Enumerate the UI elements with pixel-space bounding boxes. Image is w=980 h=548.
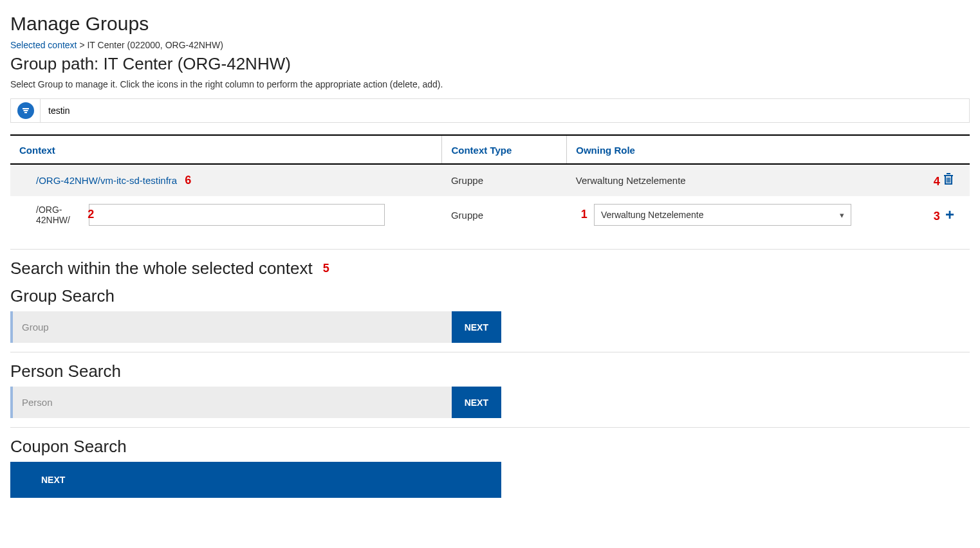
trash-icon xyxy=(943,172,954,185)
group-search-block: NEXT xyxy=(10,311,501,343)
person-search-next-button[interactable]: NEXT xyxy=(452,387,501,418)
breadcrumb-current: IT Center (022000, ORG-42NHW) xyxy=(87,40,223,50)
svg-rect-1 xyxy=(23,110,28,111)
new-group-prefix: /ORG-42NHW/ xyxy=(36,205,86,225)
svg-rect-8 xyxy=(947,178,948,183)
search-section-heading: Search within the whole selected context xyxy=(10,259,313,279)
context-type-cell: Gruppe xyxy=(442,164,567,196)
filter-icon-button[interactable] xyxy=(11,99,41,122)
group-search-heading: Group Search xyxy=(10,286,970,306)
context-link[interactable]: /ORG-42NHW/vm-itc-sd-testinfra xyxy=(36,175,177,186)
new-group-name-input[interactable] xyxy=(89,204,385,226)
group-search-input[interactable] xyxy=(13,311,452,343)
delete-button[interactable] xyxy=(943,172,954,185)
coupon-next-button[interactable]: NEXT xyxy=(10,462,501,498)
annotation-marker-1: 1 xyxy=(581,208,587,221)
owning-role-cell: Verwaltung Netzelemente xyxy=(567,164,918,196)
th-context-type[interactable]: Context Type xyxy=(442,135,567,164)
help-text: Select Group to manage it. Click the ico… xyxy=(10,79,970,89)
person-search-block: NEXT xyxy=(10,387,501,418)
svg-rect-7 xyxy=(945,183,952,185)
owning-role-selected: Verwaltung Netzelemente xyxy=(601,210,840,220)
person-search-heading: Person Search xyxy=(10,361,970,381)
breadcrumb-separator: > xyxy=(79,40,84,50)
svg-rect-6 xyxy=(951,176,952,184)
breadcrumb: Selected context > IT Center (022000, OR… xyxy=(10,40,970,50)
filter-input[interactable] xyxy=(41,99,969,122)
svg-rect-10 xyxy=(950,178,951,183)
coupon-search-block: NEXT xyxy=(10,462,501,498)
add-button[interactable]: + xyxy=(943,207,954,223)
svg-rect-5 xyxy=(945,176,946,184)
annotation-marker-4: 4 xyxy=(934,175,940,188)
svg-rect-4 xyxy=(947,173,950,174)
filter-icon xyxy=(17,102,34,119)
page-title: Manage Groups xyxy=(10,13,970,35)
chevron-down-icon: ▾ xyxy=(840,210,844,220)
selected-context-link[interactable]: Selected context xyxy=(10,40,77,50)
person-search-input[interactable] xyxy=(13,387,452,418)
annotation-marker-6: 6 xyxy=(185,174,191,187)
svg-rect-0 xyxy=(23,108,29,109)
group-path-title: Group path: IT Center (ORG-42NHW) xyxy=(10,54,970,74)
owning-role-select[interactable]: Verwaltung Netzelemente ▾ xyxy=(594,204,851,226)
th-owning-role[interactable]: Owning Role xyxy=(567,135,970,164)
filter-row xyxy=(10,98,970,123)
svg-rect-3 xyxy=(944,175,953,176)
table-row: /ORG-42NHW/vm-itc-sd-testinfra 6 Gruppe … xyxy=(10,164,970,196)
divider xyxy=(10,427,970,428)
th-context[interactable]: Context xyxy=(10,135,442,164)
divider xyxy=(10,249,970,250)
annotation-marker-5: 5 xyxy=(323,262,329,275)
context-table: Context Context Type Owning Role /ORG-42… xyxy=(10,134,970,233)
divider xyxy=(10,352,970,352)
annotation-marker-3: 3 xyxy=(934,210,940,223)
plus-icon: + xyxy=(945,207,954,223)
coupon-search-heading: Coupon Search xyxy=(10,437,970,457)
svg-rect-2 xyxy=(24,112,27,113)
svg-rect-9 xyxy=(948,178,949,183)
group-search-next-button[interactable]: NEXT xyxy=(452,311,501,343)
annotation-marker-2: 2 xyxy=(88,208,94,221)
table-row-add: /ORG-42NHW/ 2 Gruppe 1 Verwaltung Netzel… xyxy=(10,196,970,233)
context-type-cell: Gruppe xyxy=(442,196,567,233)
